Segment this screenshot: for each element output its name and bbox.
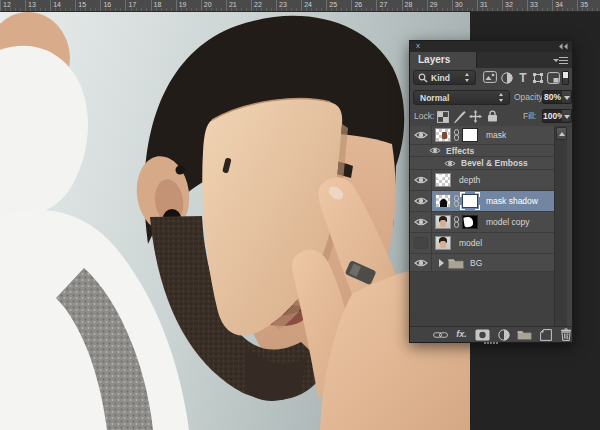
layer-row-mask-shadow[interactable]: mask shadow xyxy=(410,191,567,212)
ruler-number: 22 xyxy=(254,0,262,9)
ruler-number: 20 xyxy=(204,0,212,9)
add-mask-icon xyxy=(475,329,490,341)
ruler-number: 34 xyxy=(555,0,563,9)
layer-row-model-copy[interactable]: model copy xyxy=(410,212,567,233)
ruler-number: 28 xyxy=(405,0,413,9)
ruler-number: 29 xyxy=(430,0,438,9)
eye-icon xyxy=(414,217,428,227)
layer-style-button[interactable]: fx. xyxy=(455,328,468,341)
selected-row-highlight[interactable]: mask shadow xyxy=(432,191,567,211)
link-icon xyxy=(453,129,460,141)
eye-empty-well xyxy=(414,237,428,249)
adjustment-filter-icon[interactable] xyxy=(501,72,513,84)
svg-text:T: T xyxy=(519,71,527,84)
ruler-number: 16 xyxy=(103,0,111,9)
visibility-toggle[interactable] xyxy=(410,233,432,253)
layer-thumbnail[interactable] xyxy=(435,236,451,250)
scrollbar[interactable] xyxy=(554,126,567,328)
eye-icon xyxy=(414,258,428,268)
updown-icon xyxy=(498,93,505,102)
panel-menu-icon[interactable] xyxy=(553,56,568,65)
scroll-up-icon[interactable] xyxy=(556,127,567,140)
visibility-toggle[interactable] xyxy=(410,254,432,271)
eye-icon xyxy=(414,130,428,140)
opacity-label: Opacity: xyxy=(514,88,545,107)
smart-object-filter-icon[interactable] xyxy=(547,72,560,84)
lock-label: Lock: xyxy=(414,107,434,126)
layer-row-bg-group[interactable]: BG xyxy=(410,254,567,272)
effect-name: Bevel & Emboss xyxy=(461,158,528,168)
pixel-filter-icon[interactable] xyxy=(483,71,497,83)
fill-dropdown-icon[interactable] xyxy=(562,109,572,123)
lock-move-icon[interactable] xyxy=(469,110,482,123)
lock-all-icon[interactable] xyxy=(487,110,498,122)
layer-name[interactable]: model xyxy=(459,238,482,248)
lock-transparency-icon[interactable] xyxy=(437,111,449,123)
blend-mode-value: Normal xyxy=(420,93,449,103)
close-icon[interactable]: x xyxy=(416,41,420,51)
resize-grip[interactable] xyxy=(562,332,571,341)
link-icon xyxy=(453,195,460,207)
shape-filter-icon[interactable] xyxy=(532,72,544,84)
eye-icon[interactable] xyxy=(429,146,441,155)
layer-name[interactable]: model copy xyxy=(486,217,529,227)
effects-row[interactable]: Effects xyxy=(410,145,567,157)
adjustment-layer-button[interactable] xyxy=(497,328,510,341)
new-group-button[interactable] xyxy=(517,328,532,341)
new-layer-icon xyxy=(540,329,552,341)
lock-row: Lock: Fill: 100% xyxy=(410,107,572,127)
collapse-panel-icon[interactable] xyxy=(558,43,568,50)
layer-row-depth[interactable]: depth xyxy=(410,170,567,191)
ruler-number: 33 xyxy=(530,0,538,9)
visibility-toggle[interactable] xyxy=(410,212,432,232)
layer-name[interactable]: mask shadow xyxy=(486,196,538,206)
layer-row-mask[interactable]: mask fx xyxy=(410,126,567,145)
kind-label: Kind xyxy=(431,73,450,83)
folder-icon xyxy=(448,257,464,269)
ruler-number: 30 xyxy=(455,0,463,9)
panel-drag-dots[interactable] xyxy=(484,342,498,344)
type-filter-icon[interactable]: T xyxy=(517,71,529,84)
eye-icon[interactable] xyxy=(444,159,456,168)
filter-toggle[interactable] xyxy=(562,71,569,85)
layer-name[interactable]: BG xyxy=(470,258,482,268)
adjustment-layer-icon xyxy=(498,329,510,341)
tab-layers[interactable]: Layers xyxy=(410,52,477,68)
document-canvas[interactable] xyxy=(0,12,470,430)
fill-value[interactable]: 100% xyxy=(542,109,563,123)
ruler-number: 18 xyxy=(154,0,162,9)
ruler-number: 17 xyxy=(129,0,137,9)
lock-paint-icon[interactable] xyxy=(453,110,466,123)
ruler-number: 27 xyxy=(380,0,388,9)
horizontal-ruler[interactable]: 1213141516171819202122232425262728293031… xyxy=(0,0,600,12)
link-layers-button[interactable] xyxy=(433,328,448,341)
mask-thumbnail[interactable] xyxy=(462,128,478,142)
mask-thumbnail[interactable] xyxy=(462,215,478,229)
opacity-dropdown-icon[interactable] xyxy=(562,90,572,104)
opacity-value[interactable]: 80% xyxy=(542,90,563,104)
ruler-number: 14 xyxy=(53,0,61,9)
filter-row: Kind T xyxy=(410,68,572,89)
add-mask-button[interactable] xyxy=(475,328,490,341)
ruler-number: 32 xyxy=(505,0,513,9)
photoshop-window: 1213141516171819202122232425262728293031… xyxy=(0,0,600,430)
visibility-toggle[interactable] xyxy=(410,191,432,211)
bevel-emboss-row[interactable]: Bevel & Emboss xyxy=(410,157,567,170)
layer-name[interactable]: depth xyxy=(459,175,480,185)
mask-thumbnail-selected[interactable] xyxy=(462,194,478,208)
layer-thumbnail[interactable] xyxy=(435,194,451,208)
new-layer-button[interactable] xyxy=(539,328,552,341)
layers-panel: x Layers Kind T Normal xyxy=(409,40,573,343)
ruler-number: 26 xyxy=(354,0,362,9)
group-expand-icon[interactable] xyxy=(439,259,444,267)
layer-thumbnail[interactable] xyxy=(435,173,451,187)
kind-filter-select[interactable]: Kind xyxy=(413,70,476,85)
layer-name[interactable]: mask xyxy=(486,130,506,140)
blend-mode-select[interactable]: Normal xyxy=(413,90,510,105)
layer-row-model[interactable]: model xyxy=(410,233,567,254)
visibility-toggle[interactable] xyxy=(410,170,432,190)
layer-style-icon: fx. xyxy=(456,329,467,340)
layer-thumbnail[interactable] xyxy=(435,128,451,142)
visibility-toggle[interactable] xyxy=(410,126,432,144)
layer-thumbnail[interactable] xyxy=(435,215,451,229)
